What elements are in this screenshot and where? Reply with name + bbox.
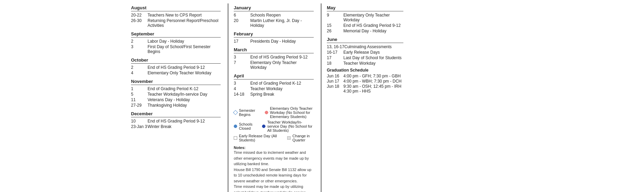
month-august: August [131, 5, 221, 11]
cal-event: Martin Luther King, Jr. Day - Holiday [250, 18, 314, 28]
cal-event: First Day of School/First Semester Begin… [148, 44, 221, 54]
cal-date: 7 [234, 60, 250, 65]
cal-date: 14-18 [234, 92, 250, 97]
list-item: 7 Elementary Only Teacher Workday [234, 60, 314, 70]
cal-event: Winter Break [148, 124, 221, 129]
cal-date: 11 [131, 97, 148, 102]
month-november: November [131, 79, 221, 85]
cal-event: Elementary Only Teacher Workday [250, 60, 314, 70]
cal-date: 6 [234, 13, 250, 18]
grad-event: 4:00 pm - GFH; 7:30 pm - GBH [343, 74, 401, 78]
cal-event: Elementary Only Teacher Workday [343, 13, 403, 22]
legend-label: Semester Begins [239, 108, 255, 117]
cal-event: End of HS Grading Period 9-12 [148, 65, 221, 70]
cal-date: 23-Jan 3 [131, 124, 148, 129]
cal-event: End of HS Grading Period 9-12 [148, 119, 221, 124]
notes-line-2: House Bill 1790 and Senate Bill 1132 all… [234, 167, 314, 184]
list-item: Jun 17 4:00 pm - WBH; 7:30 pm - DCH [327, 79, 403, 84]
notes-line-3: Time missed may be made up by utilizing … [234, 184, 314, 192]
graduation-header: Graduation Schedule [327, 68, 403, 73]
list-item: 2 Labor Day - Holiday [131, 39, 221, 44]
cal-event: Teacher Workday/In-service Day [148, 92, 221, 97]
cal-date: 9 [327, 13, 343, 18]
cal-date: 4 [131, 71, 148, 75]
month-april: April [234, 73, 314, 79]
list-item: 10 End of HS Grading Period 9-12 [131, 119, 221, 124]
month-october: October [131, 57, 221, 64]
grad-event: 4:00 pm - WBH; 7:30 pm - DCH [343, 79, 402, 84]
list-item: 9 Elementary Only Teacher Workday [327, 13, 403, 22]
cal-date: 17 [327, 55, 343, 60]
legend-early-release: Early Release Day (All Students) [234, 134, 278, 142]
list-item: 26-30 Returning Personnel Report/Prescho… [131, 18, 221, 28]
month-january: January [234, 5, 314, 11]
list-item: 11 Veterans Day - Holiday [131, 97, 221, 102]
grad-date: Jun 18 [327, 84, 343, 94]
list-item: 23-Jan 3 Winter Break [131, 124, 221, 129]
list-item: 2 End of HS Grading Period 9-12 [131, 65, 221, 70]
list-item: 26 Memorial Day - Holiday [327, 29, 403, 33]
cal-date: 26-30 [131, 18, 148, 23]
cal-date: 5 [131, 92, 148, 97]
list-item: 16-17 Early Release Days [327, 50, 403, 55]
cal-date: 18 [327, 61, 343, 66]
list-item: 6 Schools Reopen [234, 13, 314, 18]
list-item: 13, 16-17 Culminating Assessments [327, 44, 403, 49]
cal-event: Thanksgiving Holiday [148, 103, 221, 108]
legend-section: Semester Begins Elementary Only Teacher … [234, 106, 314, 192]
list-item: 17 Presidents Day - Holiday [234, 39, 314, 44]
circle-pink-icon [265, 111, 268, 114]
cal-event: End of Grading Period K-12 [148, 86, 221, 91]
grad-event: 9:30 am - OSH; 12:45 pm - IRH 4:30 pm - … [343, 84, 401, 94]
cal-event: Culminating Assessments [344, 44, 403, 49]
legend-label: Early Release Day (All Students) [239, 134, 278, 142]
cal-event: Memorial Day - Holiday [343, 29, 403, 33]
legend-label: Change in Quarter [292, 134, 314, 142]
list-item: 4 Elementary Only Teacher Workday [131, 71, 221, 75]
list-item: 20 Martin Luther King, Jr. Day - Holiday [234, 18, 314, 28]
cal-event: Labor Day - Holiday [148, 39, 221, 44]
cal-date: 15 [327, 23, 343, 28]
list-item: 17 Last Day of School for Students [327, 55, 403, 60]
legend-schools-closed: Schools Closed [234, 122, 252, 130]
list-item: Jun 18 9:30 am - OSH; 12:45 pm - IRH 4:3… [327, 84, 403, 94]
square-icon [234, 136, 237, 140]
cal-event: Teacher Workday [250, 86, 314, 91]
circle-darkblue-icon [262, 125, 265, 128]
cal-date: 3 [234, 81, 250, 86]
right-column: May 9 Elementary Only Teacher Workday 15… [321, 3, 407, 192]
legend-elementary-workday: Elementary Only Teacher Workday (No Scho… [265, 106, 314, 119]
legend-semester-begins: Semester Begins [234, 108, 255, 117]
cal-date: 27-29 [131, 103, 148, 108]
square-gray-icon [287, 136, 291, 140]
cal-date: 4 [234, 86, 250, 91]
legend-teacher-workday: Teacher Workday/In-service Day (No Schoo… [262, 120, 314, 132]
cal-date: 20 [234, 18, 250, 23]
notes-line-1: Time missed due to inclement weather and… [234, 150, 314, 167]
cal-date: 10 [131, 119, 148, 124]
cal-date: 17 [234, 39, 250, 44]
grad-date: Jun 16 [327, 74, 343, 78]
cal-event: End of HS Grading Period 9-12 [250, 55, 314, 60]
cal-event: Veterans Day - Holiday [148, 97, 221, 102]
list-item: 1 End of Grading Period K-12 [131, 86, 221, 91]
cal-event: Presidents Day - Holiday [250, 39, 314, 44]
list-item: 14-18 Spring Break [234, 92, 314, 97]
list-item: 20-22 Teachers New to CPS Report [131, 13, 221, 18]
list-item: 3 End of Grading Period K-12 [234, 81, 314, 86]
cal-date: 20-22 [131, 13, 148, 18]
legend-label: Teacher Workday/In-service Day (No Schoo… [267, 120, 314, 132]
grad-date: Jun 17 [327, 79, 343, 84]
month-september: September [131, 31, 221, 38]
left-column: August 20-22 Teachers New to CPS Report … [128, 3, 224, 192]
list-item: 3 First Day of School/First Semester Beg… [131, 44, 221, 54]
circle-blue-icon [234, 125, 237, 128]
list-item: 3 End of HS Grading Period 9-12 [234, 55, 314, 60]
list-item: 5 Teacher Workday/In-service Day [131, 92, 221, 97]
cal-event: Teacher Workday [343, 61, 403, 66]
legend-label: Schools Closed [239, 122, 252, 130]
month-december: December [131, 111, 221, 117]
cal-event: Teachers New to CPS Report [148, 13, 221, 18]
legend-row-2: Schools Closed Teacher Workday/In-servic… [234, 120, 314, 132]
list-item: Jun 16 4:00 pm - GFH; 7:30 pm - GBH [327, 74, 403, 78]
